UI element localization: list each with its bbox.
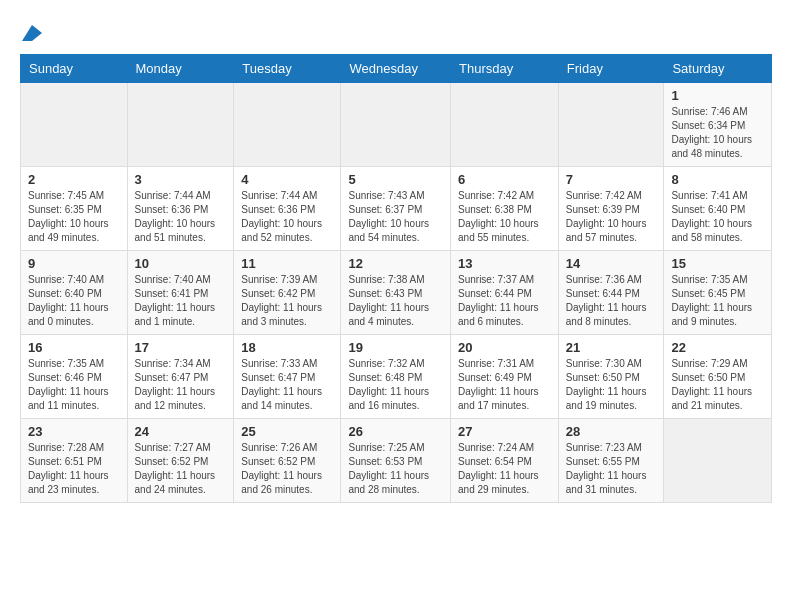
- day-number: 25: [241, 424, 333, 439]
- week-row-1: 1Sunrise: 7:46 AM Sunset: 6:34 PM Daylig…: [21, 83, 772, 167]
- day-content: Sunrise: 7:31 AM Sunset: 6:49 PM Dayligh…: [458, 357, 551, 413]
- day-content: Sunrise: 7:34 AM Sunset: 6:47 PM Dayligh…: [135, 357, 227, 413]
- day-number: 15: [671, 256, 764, 271]
- day-content: Sunrise: 7:44 AM Sunset: 6:36 PM Dayligh…: [241, 189, 333, 245]
- day-content: Sunrise: 7:23 AM Sunset: 6:55 PM Dayligh…: [566, 441, 657, 497]
- day-cell: 8Sunrise: 7:41 AM Sunset: 6:40 PM Daylig…: [664, 167, 772, 251]
- day-number: 23: [28, 424, 120, 439]
- day-cell: [664, 419, 772, 503]
- day-number: 11: [241, 256, 333, 271]
- logo-icon: [22, 25, 42, 41]
- day-cell: 25Sunrise: 7:26 AM Sunset: 6:52 PM Dayli…: [234, 419, 341, 503]
- day-cell: 16Sunrise: 7:35 AM Sunset: 6:46 PM Dayli…: [21, 335, 128, 419]
- weekday-header-sunday: Sunday: [21, 55, 128, 83]
- day-cell: [558, 83, 664, 167]
- day-cell: 13Sunrise: 7:37 AM Sunset: 6:44 PM Dayli…: [451, 251, 559, 335]
- day-number: 6: [458, 172, 551, 187]
- day-cell: [21, 83, 128, 167]
- day-content: Sunrise: 7:46 AM Sunset: 6:34 PM Dayligh…: [671, 105, 764, 161]
- day-content: Sunrise: 7:45 AM Sunset: 6:35 PM Dayligh…: [28, 189, 120, 245]
- day-number: 2: [28, 172, 120, 187]
- day-cell: 10Sunrise: 7:40 AM Sunset: 6:41 PM Dayli…: [127, 251, 234, 335]
- day-cell: 24Sunrise: 7:27 AM Sunset: 6:52 PM Dayli…: [127, 419, 234, 503]
- day-number: 5: [348, 172, 443, 187]
- week-row-4: 16Sunrise: 7:35 AM Sunset: 6:46 PM Dayli…: [21, 335, 772, 419]
- day-content: Sunrise: 7:42 AM Sunset: 6:39 PM Dayligh…: [566, 189, 657, 245]
- day-content: Sunrise: 7:26 AM Sunset: 6:52 PM Dayligh…: [241, 441, 333, 497]
- day-number: 7: [566, 172, 657, 187]
- day-content: Sunrise: 7:35 AM Sunset: 6:45 PM Dayligh…: [671, 273, 764, 329]
- weekday-header-wednesday: Wednesday: [341, 55, 451, 83]
- day-content: Sunrise: 7:28 AM Sunset: 6:51 PM Dayligh…: [28, 441, 120, 497]
- day-cell: 3Sunrise: 7:44 AM Sunset: 6:36 PM Daylig…: [127, 167, 234, 251]
- day-content: Sunrise: 7:43 AM Sunset: 6:37 PM Dayligh…: [348, 189, 443, 245]
- svg-marker-0: [22, 25, 42, 41]
- logo: [20, 20, 44, 44]
- calendar-table: SundayMondayTuesdayWednesdayThursdayFrid…: [20, 54, 772, 503]
- day-number: 22: [671, 340, 764, 355]
- week-row-2: 2Sunrise: 7:45 AM Sunset: 6:35 PM Daylig…: [21, 167, 772, 251]
- day-content: Sunrise: 7:42 AM Sunset: 6:38 PM Dayligh…: [458, 189, 551, 245]
- weekday-header-thursday: Thursday: [451, 55, 559, 83]
- day-content: Sunrise: 7:29 AM Sunset: 6:50 PM Dayligh…: [671, 357, 764, 413]
- page-header: [20, 20, 772, 44]
- day-cell: 22Sunrise: 7:29 AM Sunset: 6:50 PM Dayli…: [664, 335, 772, 419]
- week-row-3: 9Sunrise: 7:40 AM Sunset: 6:40 PM Daylig…: [21, 251, 772, 335]
- day-cell: 14Sunrise: 7:36 AM Sunset: 6:44 PM Dayli…: [558, 251, 664, 335]
- weekday-header-row: SundayMondayTuesdayWednesdayThursdayFrid…: [21, 55, 772, 83]
- day-number: 3: [135, 172, 227, 187]
- day-cell: [234, 83, 341, 167]
- day-cell: 1Sunrise: 7:46 AM Sunset: 6:34 PM Daylig…: [664, 83, 772, 167]
- day-number: 18: [241, 340, 333, 355]
- day-cell: 27Sunrise: 7:24 AM Sunset: 6:54 PM Dayli…: [451, 419, 559, 503]
- day-cell: 12Sunrise: 7:38 AM Sunset: 6:43 PM Dayli…: [341, 251, 451, 335]
- day-cell: 21Sunrise: 7:30 AM Sunset: 6:50 PM Dayli…: [558, 335, 664, 419]
- day-cell: 5Sunrise: 7:43 AM Sunset: 6:37 PM Daylig…: [341, 167, 451, 251]
- day-content: Sunrise: 7:27 AM Sunset: 6:52 PM Dayligh…: [135, 441, 227, 497]
- day-content: Sunrise: 7:24 AM Sunset: 6:54 PM Dayligh…: [458, 441, 551, 497]
- day-number: 28: [566, 424, 657, 439]
- day-content: Sunrise: 7:36 AM Sunset: 6:44 PM Dayligh…: [566, 273, 657, 329]
- day-number: 24: [135, 424, 227, 439]
- day-content: Sunrise: 7:33 AM Sunset: 6:47 PM Dayligh…: [241, 357, 333, 413]
- day-cell: 15Sunrise: 7:35 AM Sunset: 6:45 PM Dayli…: [664, 251, 772, 335]
- day-cell: [451, 83, 559, 167]
- day-number: 21: [566, 340, 657, 355]
- day-number: 26: [348, 424, 443, 439]
- day-number: 19: [348, 340, 443, 355]
- day-number: 14: [566, 256, 657, 271]
- day-cell: 20Sunrise: 7:31 AM Sunset: 6:49 PM Dayli…: [451, 335, 559, 419]
- day-cell: 19Sunrise: 7:32 AM Sunset: 6:48 PM Dayli…: [341, 335, 451, 419]
- day-number: 4: [241, 172, 333, 187]
- day-cell: [127, 83, 234, 167]
- day-content: Sunrise: 7:40 AM Sunset: 6:40 PM Dayligh…: [28, 273, 120, 329]
- day-content: Sunrise: 7:40 AM Sunset: 6:41 PM Dayligh…: [135, 273, 227, 329]
- day-content: Sunrise: 7:37 AM Sunset: 6:44 PM Dayligh…: [458, 273, 551, 329]
- day-content: Sunrise: 7:25 AM Sunset: 6:53 PM Dayligh…: [348, 441, 443, 497]
- day-number: 10: [135, 256, 227, 271]
- day-number: 17: [135, 340, 227, 355]
- day-content: Sunrise: 7:35 AM Sunset: 6:46 PM Dayligh…: [28, 357, 120, 413]
- week-row-5: 23Sunrise: 7:28 AM Sunset: 6:51 PM Dayli…: [21, 419, 772, 503]
- day-number: 9: [28, 256, 120, 271]
- weekday-header-monday: Monday: [127, 55, 234, 83]
- weekday-header-tuesday: Tuesday: [234, 55, 341, 83]
- day-cell: 2Sunrise: 7:45 AM Sunset: 6:35 PM Daylig…: [21, 167, 128, 251]
- weekday-header-friday: Friday: [558, 55, 664, 83]
- day-cell: 11Sunrise: 7:39 AM Sunset: 6:42 PM Dayli…: [234, 251, 341, 335]
- weekday-header-saturday: Saturday: [664, 55, 772, 83]
- day-cell: 28Sunrise: 7:23 AM Sunset: 6:55 PM Dayli…: [558, 419, 664, 503]
- day-content: Sunrise: 7:39 AM Sunset: 6:42 PM Dayligh…: [241, 273, 333, 329]
- day-number: 16: [28, 340, 120, 355]
- day-cell: 26Sunrise: 7:25 AM Sunset: 6:53 PM Dayli…: [341, 419, 451, 503]
- day-cell: 7Sunrise: 7:42 AM Sunset: 6:39 PM Daylig…: [558, 167, 664, 251]
- day-content: Sunrise: 7:38 AM Sunset: 6:43 PM Dayligh…: [348, 273, 443, 329]
- day-cell: 6Sunrise: 7:42 AM Sunset: 6:38 PM Daylig…: [451, 167, 559, 251]
- day-number: 13: [458, 256, 551, 271]
- day-cell: 18Sunrise: 7:33 AM Sunset: 6:47 PM Dayli…: [234, 335, 341, 419]
- day-content: Sunrise: 7:41 AM Sunset: 6:40 PM Dayligh…: [671, 189, 764, 245]
- day-number: 27: [458, 424, 551, 439]
- day-content: Sunrise: 7:44 AM Sunset: 6:36 PM Dayligh…: [135, 189, 227, 245]
- day-cell: 4Sunrise: 7:44 AM Sunset: 6:36 PM Daylig…: [234, 167, 341, 251]
- day-number: 8: [671, 172, 764, 187]
